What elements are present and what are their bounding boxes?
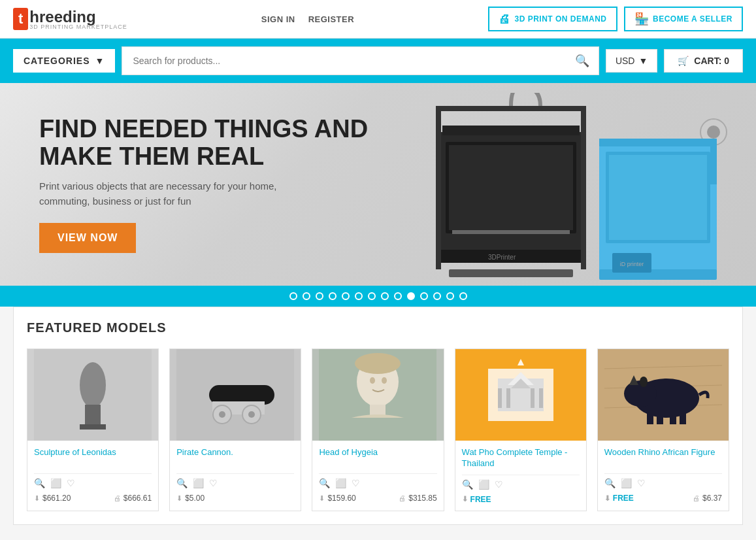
hero-visual: 3DPrinter iD printer	[416, 93, 743, 285]
print-price-hygeia: 🖨 $315.85	[399, 494, 436, 503]
search-bar: CATEGORIES ▼ 🔍 USD ▼ 🛒 CART: 0	[0, 39, 756, 83]
categories-button[interactable]: CATEGORIES ▼	[13, 49, 115, 73]
carousel-dot-10[interactable]	[420, 292, 428, 300]
carousel-dot-4[interactable]	[342, 292, 350, 300]
cart-label: CART: 0	[694, 56, 729, 66]
like-icon-cannon[interactable]: ♡	[209, 478, 218, 488]
carousel-dot-6[interactable]	[368, 292, 376, 300]
carousel-dot-5[interactable]	[355, 292, 363, 300]
print-demand-label: 3D PRINT ON DEMAND	[515, 14, 607, 24]
model-actions-temple: 🔍 ⬜ ♡	[462, 475, 580, 490]
print-demand-button[interactable]: 🖨 3D PRINT ON DEMAND	[488, 7, 617, 31]
cart-button[interactable]: 🛒 CART: 0	[664, 49, 743, 73]
hero-title: FIND NEEDED THINGS AND MAKE THEM REAL	[39, 116, 379, 171]
print-icon-hygeia: 🖨	[399, 494, 406, 502]
svg-rect-7	[436, 106, 586, 111]
carousel-dot-3[interactable]	[329, 292, 337, 300]
currency-chevron-icon: ▼	[638, 56, 648, 66]
top-actions: 🖨 3D PRINT ON DEMAND 🏪 BECOME A SELLER	[488, 7, 743, 31]
carousel-dot-11[interactable]	[433, 292, 441, 300]
printers-illustration: 3DPrinter iD printer	[416, 93, 743, 282]
carousel-dot-12[interactable]	[446, 292, 454, 300]
svg-rect-17	[599, 139, 717, 146]
model-info-cannon: Pirate Cannon. 🔍 ⬜ ♡ ⬇ $5.00	[170, 441, 301, 509]
carousel-dot-0[interactable]	[289, 292, 297, 300]
download-price-rhino: ⬇ FREE	[604, 494, 634, 503]
like-icon-leonidas[interactable]: ♡	[67, 478, 75, 488]
printer-icon: 🖨	[499, 12, 511, 26]
like-icon-rhino[interactable]: ♡	[637, 478, 646, 488]
print-price-rhino: 🖨 $6.37	[693, 494, 722, 503]
view-icon-temple[interactable]: ⬜	[478, 479, 489, 490]
cart-icon: 🛒	[678, 56, 689, 66]
svg-text:iD printer: iD printer	[620, 261, 644, 267]
signin-link[interactable]: SIGN IN	[261, 14, 295, 24]
seller-icon: 🏪	[634, 12, 649, 26]
svg-rect-5	[436, 106, 441, 269]
view-icon-rhino[interactable]: ⬜	[621, 478, 632, 488]
like-icon-hygeia[interactable]: ♡	[352, 478, 360, 488]
print-price-value-rhino: $6.37	[702, 494, 722, 503]
top-header: t hreeding 3D PRINTING MARKETPLACE SIGN …	[0, 0, 756, 39]
carousel-dot-8[interactable]	[394, 292, 402, 300]
model-prices-cannon: ⬇ $5.00	[176, 494, 294, 503]
svg-rect-57	[670, 411, 676, 424]
become-seller-label: BECOME A SELLER	[653, 14, 732, 24]
zoom-icon-leonidas[interactable]: 🔍	[34, 478, 45, 488]
search-icon: 🔍	[575, 54, 589, 67]
model-info-temple: Wat Pho Complete Temple - Thailand 🔍 ⬜ ♡…	[455, 441, 586, 511]
svg-rect-8	[449, 269, 573, 277]
model-actions-rhino: 🔍 ⬜ ♡	[604, 473, 722, 488]
svg-point-22	[80, 362, 106, 408]
carousel-dot-9[interactable]	[407, 292, 415, 300]
model-prices-hygeia: ⬇ $159.60 🖨 $315.85	[319, 494, 436, 503]
view-icon-hygeia[interactable]: ⬜	[335, 478, 346, 488]
top-nav: SIGN IN REGISTER	[261, 14, 354, 24]
view-icon-leonidas[interactable]: ⬜	[50, 478, 61, 488]
carousel-dot-2[interactable]	[316, 292, 323, 300]
download-price-temple: ⬇ FREE	[462, 495, 491, 504]
currency-label: USD	[616, 56, 635, 66]
print-price-value-hygeia: $315.85	[408, 494, 436, 503]
zoom-icon-hygeia[interactable]: 🔍	[319, 478, 330, 488]
logo-icon: t	[13, 8, 28, 30]
become-seller-button[interactable]: 🏪 BECOME A SELLER	[624, 7, 743, 31]
zoom-icon-temple[interactable]: 🔍	[462, 479, 473, 490]
svg-text:3DPrinter: 3DPrinter	[488, 254, 516, 261]
like-icon-temple[interactable]: ♡	[495, 479, 503, 490]
carousel-dot-1[interactable]	[303, 292, 310, 300]
model-name-rhino: Wooden Rhino African Figure	[604, 447, 722, 468]
logo-sub: 3D PRINTING MARKETPLACE	[29, 24, 127, 30]
zoom-icon-cannon[interactable]: 🔍	[176, 478, 188, 488]
model-card-hygeia: Head of Hygeia 🔍 ⬜ ♡ ⬇ $159.60 🖨 $315.85	[312, 348, 444, 511]
model-card-leonidas: Sculpture of Leonidas 🔍 ⬜ ♡ ⬇ $661.20 🖨 …	[27, 348, 159, 511]
download-icon-cannon: ⬇	[176, 494, 182, 503]
download-price-cannon: ⬇ $5.00	[176, 494, 205, 503]
download-price-value-hygeia: $159.60	[327, 494, 355, 503]
model-name-leonidas: Sculpture of Leonidas	[34, 447, 152, 468]
model-actions-leonidas: 🔍 ⬜ ♡	[34, 473, 152, 488]
svg-point-30	[219, 411, 225, 418]
search-input-wrap: 🔍	[122, 46, 599, 75]
svg-rect-55	[647, 411, 653, 424]
zoom-icon-rhino[interactable]: 🔍	[604, 478, 616, 488]
download-price-value-cannon: $5.00	[185, 494, 205, 503]
carousel-dot-7[interactable]	[381, 292, 389, 300]
carousel-dot-13[interactable]	[459, 292, 467, 300]
hero-subtitle: Print various objects that are necessary…	[39, 179, 288, 209]
print-price-leonidas: 🖨 $666.61	[114, 494, 152, 503]
search-button[interactable]: 🔍	[566, 47, 599, 75]
currency-selector[interactable]: USD ▼	[606, 49, 657, 73]
svg-rect-46	[539, 388, 543, 408]
search-input[interactable]	[122, 47, 566, 75]
register-link[interactable]: REGISTER	[308, 14, 354, 24]
download-price-value-temple: FREE	[470, 495, 491, 504]
models-grid: Sculpture of Leonidas 🔍 ⬜ ♡ ⬇ $661.20 🖨 …	[27, 348, 729, 511]
svg-point-35	[370, 377, 375, 384]
model-prices-leonidas: ⬇ $661.20 🖨 $666.61	[34, 494, 152, 503]
view-now-button[interactable]: VIEW NOW	[39, 223, 136, 253]
svg-point-31	[248, 411, 255, 418]
model-image-rhino	[598, 349, 729, 441]
download-price-value-rhino: FREE	[613, 494, 634, 503]
view-icon-cannon[interactable]: ⬜	[193, 478, 204, 488]
